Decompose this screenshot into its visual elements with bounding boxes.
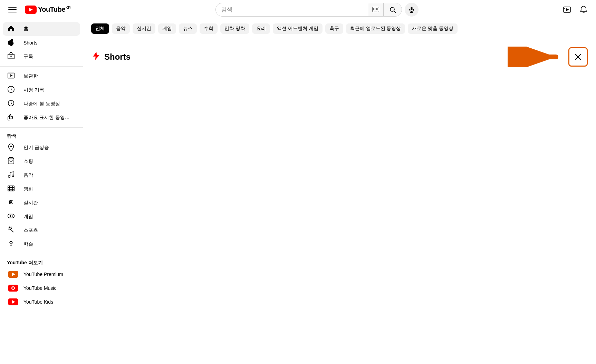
sidebar-item-kids[interactable]: YouTube Kids (3, 295, 80, 309)
sidebar-item-learning[interactable]: 학습 (3, 237, 80, 251)
filter-chip-4[interactable]: 뉴스 (179, 23, 197, 34)
main-content: 전체음악실시간게임뉴스수학만화 영화요리액션 어드벤처 게임축구최근에 업로드된… (83, 19, 596, 364)
sidebar-item-watch-later[interactable]: 나중에 볼 동영상 (3, 97, 80, 111)
sidebar-item-music[interactable]: 음악 (3, 168, 80, 182)
subscribe-icon (7, 52, 15, 61)
svg-rect-0 (8, 7, 17, 8)
sidebar: 홈 Shorts 구독 보관함 (0, 19, 83, 364)
sidebar-item-label: YouTube Music (23, 285, 56, 291)
svg-marker-26 (10, 74, 12, 77)
sidebar-item-label: 쇼핑 (23, 158, 33, 165)
sidebar-item-sports[interactable]: 스포츠 (3, 224, 80, 237)
sidebar-divider-2 (0, 127, 83, 128)
filter-chip-3[interactable]: 게임 (158, 23, 176, 34)
filter-chip-8[interactable]: 액션 어드벤처 게임 (273, 23, 323, 34)
sidebar-item-shopping[interactable]: 쇼핑 (3, 155, 80, 168)
shorts-title-text: Shorts (104, 52, 131, 62)
sidebar-item-music-brand[interactable]: YouTube Music (3, 281, 80, 295)
sidebar-item-history[interactable]: 시청 기록 (3, 83, 80, 97)
svg-rect-8 (376, 8, 377, 9)
header-left: YouTubeKR (6, 3, 85, 17)
sidebar-item-label: 홈 (23, 26, 28, 32)
filter-chip-10[interactable]: 최근에 업로드된 동영상 (346, 23, 405, 34)
sidebar-item-home[interactable]: 홈 (3, 22, 80, 36)
shorts-icon (7, 38, 15, 48)
watch-later-icon (7, 99, 15, 109)
sidebar-item-label: 좋아요 표시한 동영… (23, 115, 70, 121)
shorts-section: Shorts (83, 38, 596, 67)
youtube-logo[interactable]: YouTubeKR (25, 6, 70, 14)
svg-rect-1 (8, 9, 17, 10)
svg-rect-17 (411, 7, 413, 10)
yt-more-title: YouTube 더보기 (0, 257, 83, 267)
svg-point-24 (10, 56, 12, 57)
sidebar-item-label: 음악 (23, 172, 33, 178)
svg-rect-13 (377, 9, 378, 10)
svg-rect-10 (373, 9, 374, 10)
liked-icon (7, 113, 15, 122)
filter-chip-6[interactable]: 만화 영화 (220, 23, 249, 34)
search-input[interactable] (216, 7, 368, 13)
sidebar-item-gaming[interactable]: 게임 (3, 210, 80, 224)
shorts-title-group: Shorts (91, 51, 131, 63)
shopping-icon (7, 157, 15, 166)
filter-bar: 전체음악실시간게임뉴스수학만화 영화요리액션 어드벤처 게임축구최근에 업로드된… (83, 19, 596, 38)
gaming-icon (7, 212, 15, 222)
keyboard-icon-button[interactable] (368, 3, 383, 17)
sidebar-item-live[interactable]: 실시간 (3, 196, 80, 210)
sidebar-item-movies[interactable]: 영화 (3, 182, 80, 196)
sidebar-item-premium[interactable]: YouTube Premium (3, 267, 80, 281)
music-icon (7, 171, 15, 180)
header-center (85, 3, 549, 17)
shorts-close-button[interactable] (568, 47, 588, 67)
menu-button[interactable] (6, 3, 19, 17)
svg-point-49 (12, 287, 14, 289)
shorts-close-area (508, 47, 588, 67)
filter-chip-2[interactable]: 실시간 (133, 23, 155, 34)
svg-rect-7 (375, 8, 375, 9)
filter-chip-11[interactable]: 새로운 맞춤 동영상 (408, 23, 458, 34)
sidebar-item-label: 학습 (23, 241, 33, 247)
search-bar (215, 3, 402, 17)
svg-point-28 (10, 145, 12, 147)
sidebar-item-library[interactable]: 보관함 (3, 69, 80, 83)
library-icon (7, 72, 15, 81)
svg-line-16 (394, 11, 396, 12)
sidebar-item-label: 스포츠 (23, 227, 38, 234)
sidebar-item-label: 영화 (23, 186, 33, 192)
sidebar-item-trending[interactable]: 인기 급상승 (3, 141, 80, 155)
svg-marker-21 (566, 8, 569, 11)
sidebar-item-label: YouTube Kids (23, 299, 53, 305)
history-icon (7, 86, 15, 95)
svg-point-30 (12, 175, 14, 177)
explore-title: 탐색 (0, 130, 83, 141)
filter-chip-1[interactable]: 음악 (112, 23, 130, 34)
live-icon (7, 198, 15, 208)
sidebar-divider-3 (0, 254, 83, 254)
filter-chip-0[interactable]: 전체 (91, 23, 109, 34)
filter-chip-7[interactable]: 요리 (252, 23, 270, 34)
mic-button[interactable] (405, 3, 419, 17)
svg-rect-9 (377, 8, 378, 9)
filter-chip-5[interactable]: 수학 (200, 23, 218, 34)
upload-button[interactable] (560, 3, 574, 17)
sports-icon (7, 226, 15, 235)
sidebar-item-label: 보관함 (23, 73, 38, 79)
sidebar-item-label: 구독 (23, 53, 33, 60)
header-right (549, 3, 590, 17)
sidebar-divider-1 (0, 66, 83, 67)
sidebar-item-label: 나중에 볼 동영상 (23, 101, 60, 107)
sidebar-item-label: 시청 기록 (23, 87, 44, 93)
search-button[interactable] (383, 3, 402, 17)
filter-chip-9[interactable]: 축구 (325, 23, 343, 34)
sidebar-item-label: Shorts (23, 40, 37, 46)
svg-point-40 (12, 215, 13, 216)
svg-rect-6 (373, 8, 374, 9)
sidebar-item-liked[interactable]: 좋아요 표시한 동영… (3, 111, 80, 125)
svg-rect-2 (8, 12, 17, 12)
notification-button[interactable] (577, 3, 590, 17)
sidebar-item-subscribe[interactable]: 구독 (3, 50, 80, 63)
svg-point-29 (8, 175, 10, 177)
svg-rect-11 (375, 9, 375, 10)
sidebar-item-shorts[interactable]: Shorts (3, 36, 80, 50)
